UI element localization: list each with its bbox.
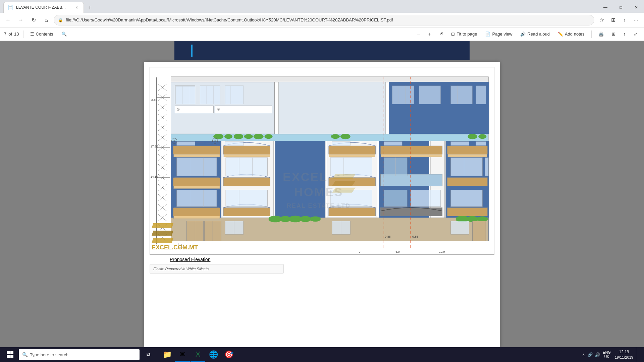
svg-rect-115	[384, 141, 402, 145]
zoom-out-button[interactable]: −	[414, 29, 423, 39]
svg-text:0.85: 0.85	[412, 235, 418, 238]
svg-rect-88	[215, 106, 272, 113]
address-bar[interactable]: 🔒 file:///C:/Users/Godwin%20Darmanin/App…	[54, 15, 594, 25]
read-aloud-button[interactable]: 🔊 Read aloud	[518, 30, 552, 38]
taskbar-app-explorer[interactable]: 📁	[160, 347, 174, 362]
home-button[interactable]: ⌂	[41, 15, 52, 25]
zoom-in-button[interactable]: +	[425, 29, 434, 39]
volume-icon[interactable]: 🔊	[595, 352, 600, 357]
taskbar-clock[interactable]: 12:19 19/11/2019	[615, 350, 633, 360]
svg-text:②: ②	[217, 108, 220, 111]
toolbar-divider-2	[591, 31, 592, 38]
pageview-label: Page view	[492, 32, 512, 37]
collections-button[interactable]: ⊞	[608, 15, 619, 25]
contents-label: Contents	[36, 32, 53, 37]
search-pdf-button[interactable]: 🔍	[59, 30, 69, 38]
minimize-button[interactable]: —	[598, 2, 613, 13]
svg-point-66	[310, 216, 321, 222]
svg-rect-140	[225, 221, 244, 234]
svg-text:0.85: 0.85	[385, 235, 390, 238]
share-button[interactable]: ↑	[619, 15, 630, 25]
svg-rect-93	[224, 154, 270, 157]
taskbar-search-icon: 🔍	[22, 352, 28, 357]
svg-rect-130	[485, 158, 488, 176]
svg-point-52	[213, 134, 223, 139]
taskbar-app-chrome[interactable]: 🌐	[206, 347, 221, 362]
svg-point-59	[340, 134, 351, 139]
svg-rect-74	[200, 86, 220, 104]
taskbar: 🔍 Type here to search ⧉ 📁 ✉ X 🌐	[0, 347, 644, 362]
svg-rect-98	[447, 146, 488, 154]
contents-button[interactable]: ☰ Contents	[28, 30, 56, 38]
scale-ruler: 3.40 17.50 14.10	[151, 77, 170, 244]
tray-icons: ∧ 🔗 🔊	[582, 352, 600, 357]
svg-rect-142	[332, 221, 351, 234]
taskbar-search[interactable]: 🔍 Type here to search	[19, 349, 140, 360]
svg-rect-39	[171, 77, 489, 82]
show-desktop-button[interactable]	[636, 347, 639, 362]
language-indicator[interactable]: ENG UK	[603, 350, 611, 359]
svg-point-54	[234, 134, 243, 139]
svg-rect-134	[226, 190, 268, 207]
taskbar-app-excel[interactable]: X	[191, 347, 205, 362]
svg-rect-111	[447, 208, 488, 216]
share-pdf-button[interactable]: ↑	[621, 30, 629, 38]
svg-point-61	[478, 134, 486, 139]
svg-rect-82	[419, 86, 441, 104]
svg-rect-137	[384, 190, 407, 207]
svg-marker-172	[332, 181, 356, 186]
system-tray: ∧ 🔗 🔊 ENG UK 12:19 19/11/2019	[579, 347, 641, 362]
start-button[interactable]	[3, 347, 17, 362]
svg-rect-117	[476, 141, 486, 145]
taskbar-app-outlook[interactable]: ✉	[175, 347, 190, 362]
more-button[interactable]: ···	[631, 15, 641, 25]
page-navigation: 7 of 13	[4, 32, 19, 37]
legend-bar: Finish: Rendered in White Silicato	[150, 264, 284, 274]
print-button[interactable]: 🖨️	[596, 30, 606, 38]
page-view-button[interactable]: 📄 Page view	[482, 30, 515, 38]
taskbar-apps: 📁 ✉ X 🌐 🎯	[160, 347, 236, 362]
search-icon: 🔍	[61, 32, 67, 37]
tray-up-icon[interactable]: ∧	[582, 352, 585, 357]
network-icon[interactable]: 🔗	[587, 352, 593, 357]
svg-rect-42	[278, 82, 385, 134]
notes-label: Add notes	[565, 32, 585, 37]
taskbar-app-other[interactable]: 🎯	[221, 347, 236, 362]
svg-text:EXCEL: EXCEL	[283, 170, 328, 184]
active-tab[interactable]: 📄 LEVANTE COURT- ZABB... ✕	[3, 2, 84, 13]
tab-close-button[interactable]: ✕	[74, 5, 79, 10]
window-controls: — □ ✕	[598, 2, 644, 13]
svg-marker-173	[332, 188, 356, 193]
svg-text:①: ①	[173, 140, 175, 142]
forward-button[interactable]: →	[15, 15, 26, 25]
close-button[interactable]: ✕	[629, 2, 644, 13]
elevation-drawing: 3.40 17.50 14.10	[150, 67, 494, 255]
task-view-button[interactable]: ⧉	[141, 347, 156, 362]
svg-rect-131	[177, 190, 217, 207]
svg-rect-86	[175, 106, 214, 113]
svg-rect-107	[174, 216, 220, 219]
svg-point-65	[299, 216, 311, 222]
svg-point-57	[265, 134, 273, 139]
svg-rect-138	[411, 190, 441, 207]
svg-rect-97	[381, 154, 442, 157]
svg-text:5.0: 5.0	[395, 250, 399, 253]
svg-text:10.0: 10.0	[439, 250, 445, 253]
expand-button[interactable]: ⤢	[631, 30, 640, 38]
windows-logo-icon	[7, 351, 13, 358]
more-tools-button[interactable]: ⊞	[609, 30, 618, 38]
fit-to-page-button[interactable]: ⊡ Fit to page	[448, 30, 480, 38]
favorites-button[interactable]: ☆	[596, 15, 607, 25]
tab-favicon: 📄	[8, 5, 13, 10]
add-notes-button[interactable]: ✏️ Add notes	[555, 30, 587, 38]
back-button[interactable]: ←	[3, 15, 13, 25]
elevation-svg: 3.40 17.50 14.10	[150, 67, 494, 254]
rotate-button[interactable]: ↺	[437, 30, 446, 38]
expand-icon: ⤢	[634, 32, 637, 37]
pdf-toolbar: 7 of 13 ☰ Contents 🔍 − + ↺ ⊡ Fit to page…	[0, 27, 644, 41]
new-tab-button[interactable]: +	[85, 3, 95, 13]
maximize-button[interactable]: □	[613, 2, 629, 13]
lock-icon: 🔒	[58, 18, 63, 22]
refresh-button[interactable]: ↻	[28, 15, 39, 25]
chrome-icon: 🌐	[209, 350, 218, 359]
